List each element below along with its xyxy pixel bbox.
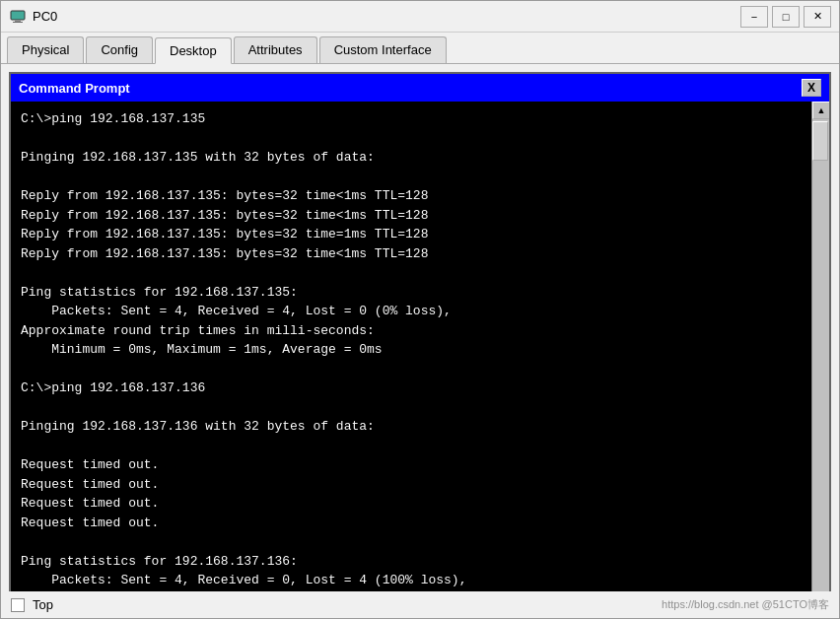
tab-config[interactable]: Config: [86, 36, 153, 63]
window-title: PC0: [33, 9, 740, 24]
maximize-button[interactable]: □: [772, 6, 800, 28]
command-prompt-window: Command Prompt X C:\>ping 192.168.137.13…: [9, 72, 831, 591]
watermark: https://blog.csdn.net @51CTO博客: [662, 597, 829, 612]
cmd-title: Command Prompt: [19, 81, 130, 96]
svg-rect-2: [13, 22, 23, 23]
cmd-title-bar: Command Prompt X: [11, 74, 829, 102]
main-window: PC0 − □ ✕ Physical Config Desktop Attrib…: [0, 0, 840, 619]
scrollbar-track[interactable]: [812, 119, 829, 591]
window-controls: − □ ✕: [740, 6, 831, 28]
main-content: Command Prompt X C:\>ping 192.168.137.13…: [1, 64, 839, 591]
title-bar: PC0 − □ ✕: [1, 1, 839, 33]
tab-attributes[interactable]: Attributes: [234, 36, 317, 63]
cmd-output[interactable]: C:\>ping 192.168.137.135 Pinging 192.168…: [11, 102, 811, 591]
top-label: Top: [33, 597, 53, 612]
app-icon: [9, 8, 27, 26]
scrollbar-thumb[interactable]: [812, 121, 828, 161]
tab-desktop[interactable]: Desktop: [155, 37, 232, 64]
svg-rect-0: [11, 11, 25, 20]
tabs-bar: Physical Config Desktop Attributes Custo…: [1, 33, 839, 64]
cmd-body-wrapper: C:\>ping 192.168.137.135 Pinging 192.168…: [11, 102, 829, 591]
close-window-button[interactable]: ✕: [804, 6, 831, 28]
svg-rect-1: [15, 20, 21, 22]
bottom-bar: Top https://blog.csdn.net @51CTO博客: [1, 591, 839, 618]
scrollbar-up-button[interactable]: ▲: [812, 102, 829, 119]
top-checkbox[interactable]: [11, 598, 25, 612]
cmd-scrollbar[interactable]: ▲ ▼: [811, 102, 829, 591]
minimize-button[interactable]: −: [740, 6, 768, 28]
cmd-close-button[interactable]: X: [802, 79, 821, 97]
tab-physical[interactable]: Physical: [7, 36, 84, 63]
tab-custom-interface[interactable]: Custom Interface: [319, 36, 447, 63]
